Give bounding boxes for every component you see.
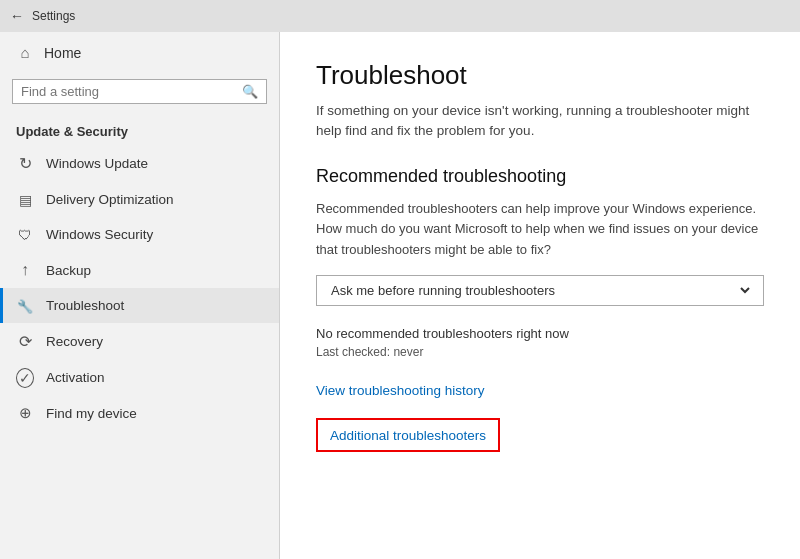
no-troubleshooters-text: No recommended troubleshooters right now [316, 326, 764, 341]
content-area: Troubleshoot If something on your device… [280, 32, 800, 559]
sidebar-item-label: Recovery [46, 334, 103, 349]
recovery-icon [16, 332, 34, 351]
last-checked-text: Last checked: never [316, 345, 764, 359]
sidebar-item-label: Delivery Optimization [46, 192, 174, 207]
search-input[interactable] [21, 84, 236, 99]
recommended-section-desc: Recommended troubleshooters can help imp… [316, 199, 764, 261]
recommended-section-title: Recommended troubleshooting [316, 166, 764, 187]
sidebar-item-find-my-device[interactable]: Find my device [0, 395, 279, 431]
sidebar-item-label: Activation [46, 370, 105, 385]
sidebar-search-box: 🔍 [12, 79, 267, 104]
sidebar: Home 🔍 Update & Security Windows Update … [0, 32, 280, 559]
view-history-link[interactable]: View troubleshooting history [316, 383, 764, 398]
sidebar-section-title: Update & Security [0, 116, 279, 145]
additional-troubleshooters-box: Additional troubleshooters [316, 418, 500, 452]
additional-troubleshooters-link[interactable]: Additional troubleshooters [330, 428, 486, 443]
sidebar-item-delivery-optimization[interactable]: Delivery Optimization [0, 182, 279, 217]
activation-icon [16, 369, 34, 386]
troubleshooter-select[interactable]: Ask me before running troubleshootersRun… [327, 282, 753, 299]
sidebar-item-label: Windows Update [46, 156, 148, 171]
sidebar-item-label: Backup [46, 263, 91, 278]
titlebar-title: Settings [32, 9, 75, 23]
backup-icon [16, 261, 34, 279]
finddevice-icon [16, 404, 34, 422]
sidebar-item-windows-update[interactable]: Windows Update [0, 145, 279, 182]
sidebar-item-label: Troubleshoot [46, 298, 124, 313]
sidebar-item-label: Windows Security [46, 227, 153, 242]
sidebar-item-activation[interactable]: Activation [0, 360, 279, 395]
dropdown-wrapper: Ask me before running troubleshootersRun… [316, 275, 764, 306]
troubleshoot-icon [16, 297, 34, 314]
security-icon [16, 226, 34, 243]
sidebar-home-label: Home [44, 45, 81, 61]
sidebar-item-label: Find my device [46, 406, 137, 421]
troubleshooter-dropdown[interactable]: Ask me before running troubleshootersRun… [316, 275, 764, 306]
delivery-icon [16, 191, 34, 208]
sidebar-item-backup[interactable]: Backup [0, 252, 279, 288]
home-icon [16, 44, 34, 61]
back-button[interactable]: ← [10, 8, 24, 24]
sidebar-item-troubleshoot[interactable]: Troubleshoot [0, 288, 279, 323]
page-title: Troubleshoot [316, 60, 764, 91]
sidebar-item-recovery[interactable]: Recovery [0, 323, 279, 360]
sidebar-item-home[interactable]: Home [0, 32, 279, 73]
titlebar: ← Settings [0, 0, 800, 32]
search-icon: 🔍 [242, 84, 258, 99]
update-icon [16, 154, 34, 173]
sidebar-item-windows-security[interactable]: Windows Security [0, 217, 279, 252]
main-container: Home 🔍 Update & Security Windows Update … [0, 32, 800, 559]
content-description: If something on your device isn't workin… [316, 101, 764, 142]
